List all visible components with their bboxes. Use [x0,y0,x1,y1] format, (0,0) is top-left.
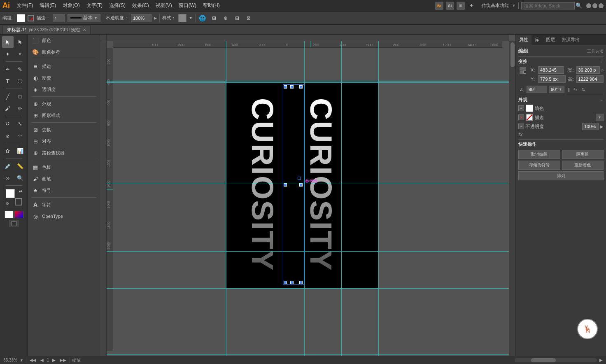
touch-type-tool[interactable]: Ⓣ [14,75,26,87]
add-anchor-tool[interactable]: ✎ [14,63,26,75]
tab-layers[interactable]: 图层 [543,35,558,45]
normal-mode-btn[interactable] [5,211,14,218]
share-icon[interactable]: ✈ [467,2,475,10]
panel-swatches[interactable]: ▦ 色板 [28,161,100,173]
appearance-more-btn[interactable]: ··· [599,97,604,103]
library-icon[interactable]: ⊞ [457,2,465,10]
angle-value[interactable]: 90° [527,86,547,93]
w-value[interactable]: 36.203 p [576,66,600,74]
lasso-tool[interactable]: ⌖ [14,48,26,60]
sel-handle-bl[interactable] [284,281,287,284]
nav-next-page-btn[interactable]: ▶ [51,358,56,362]
panel-opentype[interactable]: ◎ OpenType [28,210,100,222]
line-tool[interactable]: ╱ [2,91,14,102]
symbol-tool[interactable]: ✿ [2,145,14,156]
menu-effects[interactable]: 效果(C) [129,1,152,10]
sel-handle-tl[interactable] [284,85,287,89]
sel-handle-br[interactable] [299,281,303,284]
tab-close-btn[interactable]: ✕ [83,28,86,32]
stroke-weight-dropdown[interactable]: ▼ [596,114,604,121]
menu-object[interactable]: 对象(O) [60,1,82,10]
canvas-content[interactable]: CURIOSITY CURIOSITY [107,41,509,357]
tab-asset-export[interactable]: 资源导出 [558,35,583,45]
fill-color-swatch[interactable] [6,189,15,198]
menu-window[interactable]: 窗口(W) [176,1,199,10]
stroke-none-swatch[interactable] [526,114,533,121]
menu-edit[interactable]: 编辑(E) [37,1,59,10]
scale-tool[interactable]: ⤡ [14,118,26,129]
measure-tool[interactable]: 📏 [14,160,26,172]
stroke-size-input[interactable]: ↕ [53,14,65,22]
panel-appearance[interactable]: ⊕ 外观 [28,98,100,110]
y-value[interactable]: 779.5 px [538,75,566,83]
magic-wand-tool[interactable]: ✦ [2,48,14,60]
zoom-tool[interactable]: 🔍 [14,172,26,184]
eyedropper-tool[interactable]: 💉 [2,160,14,172]
brush-tool[interactable]: 🖌 [2,103,14,114]
align-icon[interactable]: ⊟ [233,14,242,23]
panel-transparency[interactable]: ◈ 透明度 [28,84,100,95]
nav-prev-page-btn[interactable]: ◀ [40,358,44,362]
panel-gradient[interactable]: ◐ 渐变 [28,72,100,84]
nav-next-btn[interactable]: ▶▶ [59,358,67,362]
fill-color-btn[interactable] [526,105,533,112]
rotate-tool[interactable]: ↺ [2,118,14,129]
style-swatch[interactable] [178,14,186,22]
warp-tool[interactable]: ⌀ [2,130,14,141]
panel-pathfinder[interactable]: ⊕ 路径查找器 [28,147,100,159]
flip-v-btn[interactable]: ⇅ [580,86,587,93]
menu-file[interactable]: 文件(F) [14,1,36,10]
panel-stroke[interactable]: ≡ 描边 [28,61,100,72]
screen-mode-btn[interactable] [9,220,19,227]
stroke-swatch-ctrl[interactable] [28,15,34,21]
pen-tool[interactable]: ✒ [2,63,14,75]
scrollbar-vertical[interactable] [509,41,515,357]
flip-h-btn[interactable]: ⇆ [572,86,578,93]
panel-color[interactable]: ⬛ 颜色 [28,35,100,46]
opacity-expand-btn[interactable]: ▶ [600,124,604,129]
search-icon[interactable]: 🔍 [576,2,582,9]
recolor-btn[interactable]: 重新着色 [562,161,604,170]
sel-handle-ml[interactable] [284,183,287,187]
artboard[interactable]: CURIOSITY CURIOSITY [226,81,378,288]
x-value[interactable]: 483.245 [538,66,564,74]
save-symbol-btn[interactable]: 存储为符号 [518,161,560,170]
stroke-line-dropdown[interactable]: 基本 ▼ [68,14,100,22]
rect-tool[interactable]: □ [14,91,26,102]
swap-colors-icon[interactable]: ⇄ [19,189,22,193]
sel-handle-tm[interactable] [290,85,294,89]
panel-transform[interactable]: ⊠ 变换 [28,124,100,135]
panel-brushes[interactable]: 🖌 画笔 [28,173,100,184]
sel-handle-mr[interactable] [299,183,303,187]
h-scroll-track[interactable] [515,358,597,362]
type-tool[interactable]: T [2,75,14,87]
menu-help[interactable]: 帮助(H) [200,1,223,10]
minimize-btn[interactable] [586,3,591,8]
nav-prev-btn[interactable]: ◀◀ [29,358,37,362]
tab-library[interactable]: 库 [531,35,543,45]
select-tool[interactable] [2,36,14,48]
angle-dropdown[interactable]: 90°▼ [549,86,564,93]
workspace-dropdown[interactable]: 传统基本功能 [480,2,511,9]
globe-icon[interactable]: 🌐 [198,14,207,23]
fill-checkbox[interactable]: ✓ [518,105,524,111]
sel-handle-bm[interactable] [290,281,294,284]
column-chart-tool[interactable]: 📊 [14,145,26,156]
fill-swatch[interactable] [17,14,25,22]
transform-more-btn[interactable]: ··· [599,59,604,65]
canvas-area[interactable]: CURIOSITY CURIOSITY [100,35,515,364]
blend-tool[interactable]: ∞ [2,172,14,184]
menu-view[interactable]: 视图(V) [153,1,175,10]
reflect-icon[interactable]: ⊠ [244,14,253,23]
bridge-icon[interactable]: Br [435,2,443,10]
maximize-btn[interactable] [592,3,597,8]
menu-select[interactable]: 选择(S) [106,1,128,10]
cancel-group-btn[interactable]: 取消编组 [518,150,560,159]
color-mode-btn[interactable] [14,211,23,218]
stroke-color-swatch[interactable] [15,198,22,205]
grid-icon[interactable]: ⊞ [210,14,219,23]
sel-handle-tr[interactable] [299,85,303,89]
close-btn[interactable] [599,3,604,8]
arrange-btn[interactable]: 排列 [518,171,604,180]
document-tab[interactable]: 未标题-1* @ 33.33% (RGB/GPU 预览) ✕ [2,25,91,34]
